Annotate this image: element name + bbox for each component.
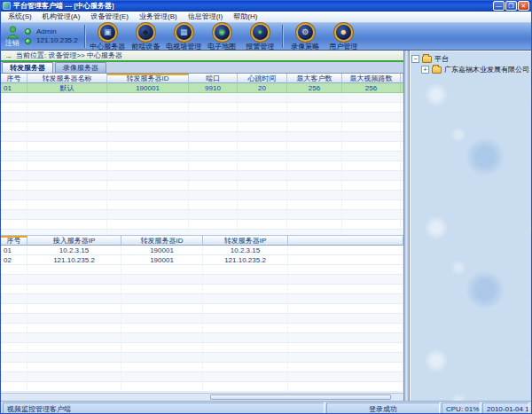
empty-row <box>1 333 403 343</box>
forward-server-table: 序号转发服务器名称转发服务器ID端口心跳时间最大客户数最大视频路数01默认190… <box>1 74 403 235</box>
front-device-icon: ◆ <box>138 25 153 40</box>
menu-item[interactable]: 业务管理(B) <box>134 12 183 22</box>
empty-row <box>1 382 403 392</box>
record-policy-icon: ⚙ <box>298 25 313 40</box>
column-header[interactable]: 转发服务器名称 <box>27 74 107 83</box>
mapping-header-row: 序号接入服务器IP转发服务器ID转发服务器IP <box>1 236 403 246</box>
table-cell: 256 <box>287 83 342 93</box>
alarm-icon: ● <box>253 25 268 40</box>
empty-row <box>1 210 403 220</box>
table-cell: 190001 <box>121 255 203 265</box>
用户管理-button[interactable]: ☻用户管理 <box>325 23 363 51</box>
tree-node-company[interactable]: + 广东嘉福木业发展有限公司 <box>421 64 529 74</box>
table-cell: 01 <box>1 83 27 93</box>
mapping-row[interactable]: 02121.10.235.2190001121.10.235.2 <box>1 255 403 265</box>
column-header[interactable]: 最大视频路数 <box>342 74 401 83</box>
menu-item[interactable]: 信息管理(I) <box>183 12 229 22</box>
table-cell: 121.10.235.2 <box>203 255 288 265</box>
empty-row <box>1 343 403 353</box>
empty-row <box>1 304 403 314</box>
empty-row <box>1 294 403 304</box>
username: Admin <box>36 27 78 36</box>
minimize-button[interactable]: — <box>493 1 505 11</box>
menu-item[interactable]: 设备管理(E) <box>85 12 134 22</box>
user-block: 注销 Admin 121.10.235.2 <box>1 23 82 50</box>
logout-label: 注销 <box>5 38 20 48</box>
column-header[interactable]: 心跳时间 <box>238 74 287 83</box>
restore-button[interactable]: ❐ <box>505 1 517 11</box>
empty-row <box>1 171 403 181</box>
folder-icon <box>432 66 442 74</box>
user-info: Admin 121.10.235.2 <box>36 27 78 45</box>
folder-icon <box>422 56 432 63</box>
empty-row <box>1 353 403 363</box>
window-title: 平台管理客户端 --- [中心服务器] <box>13 1 492 11</box>
title-bar: 平台管理客户端 --- [中心服务器] — ❐ ✕ <box>1 0 531 12</box>
tab-转发服务器[interactable]: 转发服务器 <box>2 62 53 73</box>
menu-item[interactable]: 机构管理(A) <box>37 12 86 22</box>
login-ip: 121.10.235.2 <box>36 36 78 45</box>
breadcrumb-text: 当前位置: 设备管理>> 中心服务器 <box>16 51 122 60</box>
scrollbar-thumb[interactable] <box>210 394 390 400</box>
e-map-icon: ◉ <box>215 25 230 40</box>
menu-item[interactable]: 帮助(H) <box>228 12 262 22</box>
forward-server-row[interactable]: 01默认190001991020256256 <box>1 83 403 93</box>
led-green-icon <box>25 38 31 44</box>
table-cell: 10.2.3.15 <box>203 246 288 255</box>
empty-row <box>1 103 403 113</box>
close-button[interactable]: ✕ <box>518 1 529 11</box>
tree-node-label: 平台 <box>434 54 449 64</box>
empty-row <box>1 181 403 191</box>
column-header[interactable]: 序号 <box>1 74 27 83</box>
中心服务器-button[interactable]: ▣中心服务器 <box>89 23 127 51</box>
empty-row <box>1 372 403 382</box>
expander-expand-icon[interactable]: + <box>421 66 429 74</box>
status-leds <box>25 27 31 46</box>
tab-录像服务器[interactable]: 录像服务器 <box>55 62 106 73</box>
column-header[interactable]: 转发服务器ID <box>121 236 203 246</box>
empty-row <box>1 285 403 294</box>
column-header[interactable]: 端口 <box>189 74 238 83</box>
breadcrumb-arrow-icon: → <box>4 51 12 60</box>
status-datetime: 2010-01-04 17:25:00 <box>482 402 529 414</box>
organization-tree: − 平台 + 广东嘉福木业发展有限公司 <box>410 51 531 77</box>
app-window: 平台管理客户端 --- [中心服务器] — ❐ ✕ 系统(S)机构管理(A)设备… <box>0 0 532 414</box>
organization-panel: − 平台 + 广东嘉福木业发展有限公司 <box>409 51 531 401</box>
table-cell: 20 <box>238 83 287 93</box>
logout-button[interactable]: 注销 <box>5 26 20 48</box>
empty-row <box>1 142 403 152</box>
empty-row <box>1 122 403 132</box>
table-cell: 190001 <box>121 246 203 255</box>
column-header[interactable]: 转发服务器ID <box>107 74 189 83</box>
电子地图-button[interactable]: ◉电子地图 <box>203 23 241 51</box>
电视墙管理-button[interactable]: ▦电视墙管理 <box>165 23 203 51</box>
empty-row <box>1 191 403 200</box>
column-header[interactable]: 最大客户数 <box>287 74 342 83</box>
column-header[interactable]: 接入服务器IP <box>27 236 121 246</box>
expander-collapse-icon[interactable]: − <box>411 55 419 63</box>
empty-row <box>1 275 403 285</box>
horizontal-scrollbar[interactable] <box>1 393 403 401</box>
前端设备-button[interactable]: ◆前端设备 <box>127 23 165 51</box>
录像策略-button[interactable]: ⚙录像策略 <box>286 23 325 51</box>
mapping-row[interactable]: 0110.2.3.1519000110.2.3.15 <box>1 246 403 255</box>
报警管理-button[interactable]: ●报警管理 <box>241 23 279 51</box>
app-icon <box>3 2 11 10</box>
empty-row <box>1 113 403 122</box>
status-app-name: 视频监控管理客户端 <box>3 402 325 414</box>
menu-item[interactable]: 系统(S) <box>3 12 37 22</box>
table-cell: 121.10.235.2 <box>27 255 121 265</box>
column-header[interactable]: 转发服务器IP <box>203 236 288 246</box>
main-panel: → 当前位置: 设备管理>> 中心服务器 转发服务器录像服务器 序号转发服务器名… <box>1 51 403 401</box>
table-cell: 9910 <box>189 83 238 93</box>
toolbar: 注销 Admin 121.10.235.2 ▣中心服务器◆前端设备▦电视墙管理◉… <box>1 23 531 51</box>
table-cell: 01 <box>1 246 27 255</box>
tree-node-platform[interactable]: − 平台 <box>411 53 529 64</box>
empty-row <box>1 324 403 333</box>
led-green-icon <box>25 28 31 35</box>
tab-strip: 转发服务器录像服务器 <box>1 62 403 74</box>
column-header[interactable]: 序号 <box>1 236 27 246</box>
table-cell: 02 <box>1 255 27 265</box>
empty-row <box>1 314 403 324</box>
empty-row <box>1 152 403 161</box>
